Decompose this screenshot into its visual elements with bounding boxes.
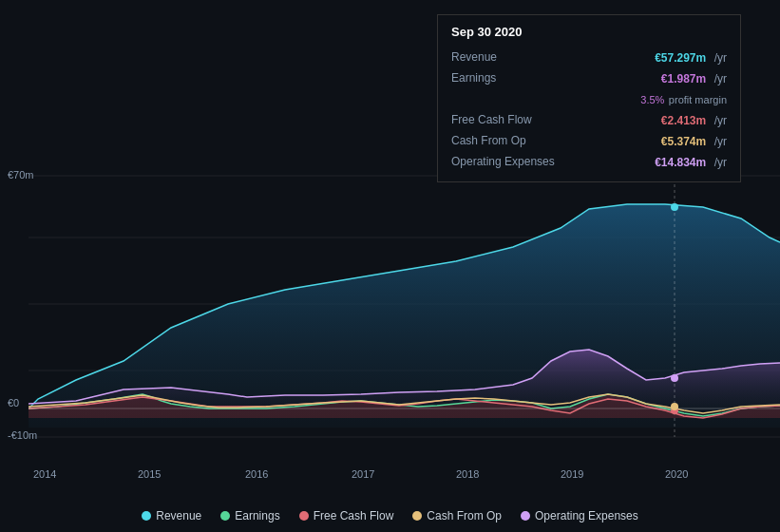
tooltip-revenue-value: €57.297m (655, 51, 706, 65)
tooltip-profit-margin-row: 3.5% profit margin (451, 88, 727, 109)
legend-dot-revenue (142, 511, 151, 521)
tooltip-revenue-row: Revenue €57.297m /yr (451, 47, 727, 67)
tooltip-fcf-suffix: /yr (714, 114, 727, 127)
legend-label-opex: Operating Expenses (535, 509, 638, 522)
tooltip-earnings-label: Earnings (451, 71, 556, 85)
legend-label-earnings: Earnings (235, 509, 279, 522)
tooltip-fcf-value: €2.413m (661, 114, 706, 127)
chart-area: €70m €0 -€10m 2014 2015 2016 2017 2018 2… (0, 0, 780, 532)
legend-item-opex[interactable]: Operating Expenses (521, 509, 638, 522)
tooltip-profit-margin-value: 3.5% (640, 94, 664, 105)
x-label-2015: 2015 (138, 468, 161, 480)
x-label-2018: 2018 (456, 468, 479, 480)
tooltip-earnings-row: Earnings €1.987m /yr (451, 67, 727, 88)
x-label-2017: 2017 (352, 468, 374, 480)
legend-dot-fcf (299, 511, 309, 521)
legend-label-cashfromop: Cash From Op (427, 509, 502, 522)
svg-point-10 (671, 374, 678, 382)
x-label-2014: 2014 (33, 468, 56, 480)
legend-item-revenue[interactable]: Revenue (142, 509, 201, 522)
tooltip-earnings-value: €1.987m (661, 72, 706, 86)
tooltip-opex-suffix: /yr (714, 156, 727, 169)
tooltip-earnings-suffix: /yr (714, 72, 727, 86)
tooltip-revenue-label: Revenue (451, 50, 556, 64)
legend-item-earnings[interactable]: Earnings (220, 509, 279, 522)
tooltip-cashfromop-row: Cash From Op €5.374m /yr (451, 130, 727, 151)
tooltip-cashfromop-label: Cash From Op (451, 134, 556, 147)
legend-item-fcf[interactable]: Free Cash Flow (299, 509, 394, 522)
tooltip-cashfromop-value: €5.374m (661, 135, 706, 148)
legend-dot-opex (521, 511, 530, 521)
tooltip-opex-value: €14.834m (655, 156, 706, 169)
tooltip-box: Sep 30 2020 Revenue €57.297m /yr Earning… (437, 14, 741, 182)
tooltip-opex-label: Operating Expenses (451, 155, 556, 168)
tooltip-opex-row: Operating Expenses €14.834m /yr (451, 151, 727, 172)
tooltip-date: Sep 30 2020 (451, 25, 727, 39)
x-label-2019: 2019 (561, 468, 583, 480)
svg-point-13 (671, 403, 678, 410)
legend-dot-earnings (220, 511, 230, 521)
svg-point-9 (671, 203, 678, 211)
tooltip-cashfromop-suffix: /yr (714, 135, 727, 148)
y-label-minus10m: -€10m (8, 429, 37, 441)
tooltip-fcf-label: Free Cash Flow (451, 113, 556, 126)
y-label-70m: €70m (8, 169, 34, 180)
legend-dot-cashfromop (412, 511, 422, 521)
tooltip-fcf-row: Free Cash Flow €2.413m /yr (451, 109, 727, 130)
legend-item-cashfromop[interactable]: Cash From Op (412, 509, 502, 522)
x-label-2016: 2016 (245, 468, 268, 480)
x-label-2020: 2020 (665, 468, 688, 480)
legend-label-revenue: Revenue (156, 509, 201, 522)
chart-legend: Revenue Earnings Free Cash Flow Cash Fro… (0, 509, 780, 522)
y-label-0: €0 (8, 397, 19, 408)
tooltip-revenue-suffix: /yr (714, 51, 727, 65)
tooltip-profit-margin-label: profit margin (669, 94, 727, 105)
legend-label-fcf: Free Cash Flow (314, 509, 394, 522)
